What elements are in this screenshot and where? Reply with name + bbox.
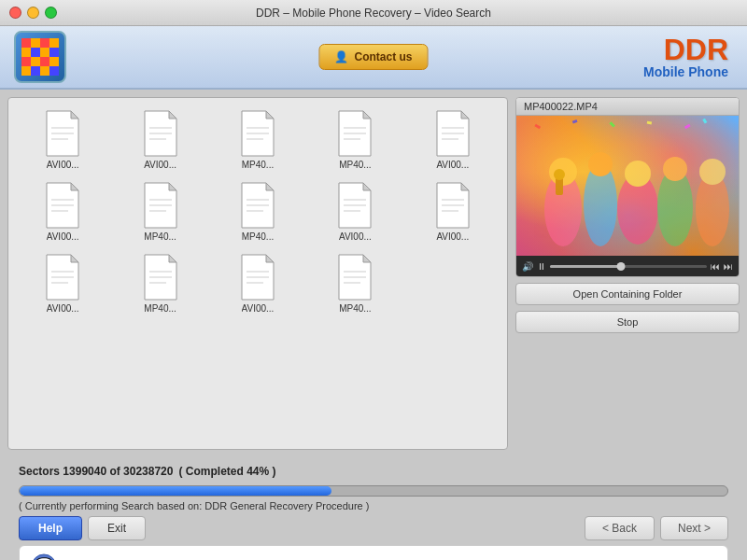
file-label: MP40... [339,160,371,170]
back-button[interactable]: < Back [585,516,655,540]
preview-svg [516,116,739,256]
video-progress-bar[interactable] [550,265,707,268]
button-row: Help Exit < Back Next > [19,516,728,540]
file-grid: AVI00... AVI00... MP40... MP40... AVI00.… [8,98,507,449]
file-item[interactable]: MP40... [308,105,402,174]
exit-button[interactable]: Exit [88,516,146,540]
maximize-button[interactable] [45,7,57,19]
open-folder-button[interactable]: Open Containing Folder [515,283,740,305]
next-button[interactable]: Next > [660,516,728,540]
file-item[interactable]: AVI00... [16,249,109,317]
file-icon [334,109,375,158]
progress-fill [550,265,621,268]
file-item[interactable]: MP40... [308,249,402,317]
file-icon [42,109,83,158]
file-item[interactable]: MP40... [211,105,304,174]
preview-image [516,116,739,256]
help-button[interactable]: Help [19,516,82,540]
file-panel: AVI00... AVI00... MP40... MP40... AVI00.… [7,97,508,450]
currently-text: ( Currently performing Search based on: … [19,500,728,511]
close-button[interactable] [9,7,21,19]
svg-point-45 [588,152,613,176]
contact-icon: 👤 [334,50,348,63]
next-frame-icon[interactable]: ⏭ [724,261,733,272]
info-icon: 💬 [31,553,57,560]
svg-rect-53 [572,119,578,124]
file-item[interactable]: AVI00... [16,105,109,174]
file-item[interactable]: AVI00... [16,177,109,245]
file-icon [42,181,83,230]
brand-name: DDR [643,35,728,64]
file-icon [237,109,278,158]
contact-label: Contact us [354,50,412,63]
svg-point-47 [625,161,651,187]
file-label: AVI00... [242,303,275,314]
logo-checkerboard [21,38,59,76]
svg-rect-57 [702,119,707,124]
volume-icon[interactable]: 🔊 [522,261,533,272]
svg-point-49 [663,157,687,181]
minimize-button[interactable] [27,7,39,19]
file-item[interactable]: AVI00... [308,177,402,245]
file-label: AVI00... [47,231,79,242]
file-icon [432,109,473,158]
file-icon [334,253,375,301]
svg-rect-54 [609,121,614,127]
pause-icon[interactable]: ⏸ [537,261,546,272]
svg-point-51 [699,159,726,185]
file-label: AVI00... [339,231,372,242]
file-icon [140,181,181,230]
progress-dot [616,262,625,271]
file-label: MP40... [242,160,274,170]
file-icon [432,181,473,230]
header: 👤 Contact us DDR Mobile Phone [0,26,747,90]
status-area: Sectors 1399040 of 30238720 ( Completed … [11,461,736,560]
preview-area: MP400022.MP4 [515,97,740,277]
svg-text:💬: 💬 [34,556,55,560]
file-label: AVI00... [47,303,79,314]
file-label: AVI00... [47,160,79,170]
file-item[interactable]: AVI00... [406,105,500,174]
svg-rect-52 [534,124,541,130]
file-item[interactable]: AVI00... [406,177,500,245]
progress-bar-fill [20,486,331,496]
svg-rect-56 [684,124,691,130]
file-label: AVI00... [436,160,469,170]
progress-bar-container [19,485,728,497]
right-panel: MP400022.MP4 [515,97,740,450]
brand-subtitle: Mobile Phone [643,64,728,79]
file-icon [334,181,375,230]
file-item[interactable]: MP40... [113,177,206,245]
svg-rect-55 [647,121,652,125]
file-label: AVI00... [436,231,469,242]
window-controls [9,7,57,19]
file-label: MP40... [144,231,176,242]
brand-area: DDR Mobile Phone [643,35,728,79]
sectors-text: Sectors 1399040 of 30238720 [19,465,173,478]
file-label: AVI00... [144,160,176,170]
stop-button[interactable]: Stop [515,311,740,333]
title-bar: DDR – Mobile Phone Recovery – Video Sear… [0,0,747,26]
svg-point-59 [554,169,565,180]
file-icon [42,253,83,301]
contact-us-button[interactable]: 👤 Contact us [318,44,428,70]
completion-text: ( Completed 44% ) [178,465,275,478]
info-message: 💬 To stop recovery, click on 'Stop' Butt… [19,545,728,560]
file-item[interactable]: AVI00... [113,105,206,174]
file-label: MP40... [242,231,274,242]
prev-frame-icon[interactable]: ⏮ [711,261,720,272]
file-label: MP40... [339,303,371,314]
file-item[interactable]: AVI00... [211,249,304,317]
file-item[interactable]: MP40... [113,249,206,317]
file-icon [140,109,181,158]
app-logo [14,31,66,83]
file-icon [237,253,278,301]
window-title: DDR – Mobile Phone Recovery – Video Sear… [256,7,491,20]
file-label: MP40... [144,303,176,314]
file-item[interactable]: MP40... [211,177,304,245]
file-icon [237,181,278,230]
preview-title: MP400022.MP4 [516,98,739,116]
file-icon [140,253,181,301]
video-controls: 🔊 ⏸ ⏮ ⏭ [516,256,739,276]
